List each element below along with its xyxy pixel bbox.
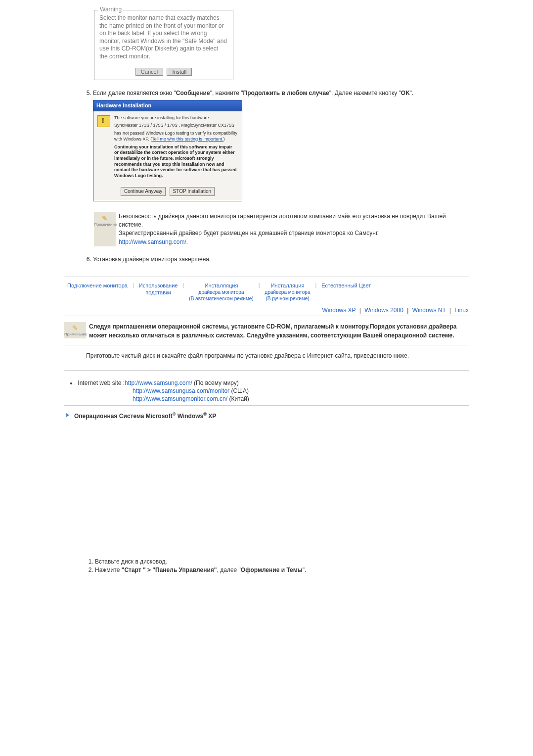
hw-line3: has not passed Windows Logo testing to v…	[114, 131, 238, 142]
note-line1: Безопасность драйвера данного монитора г…	[119, 212, 469, 230]
tab-stand-usage[interactable]: Использование подставки	[136, 282, 181, 296]
samsung-link[interactable]: http://www.samsung.com/	[119, 238, 186, 245]
warning-box: Warning Select the monitor name that exa…	[94, 10, 233, 80]
hw-line1: The software you are installing for this…	[114, 115, 238, 121]
hw-bold-warning: Continuing your installation of this sof…	[114, 144, 238, 179]
tab-install-manual[interactable]: Инсталляция драйвера монитора (В ручном …	[262, 282, 313, 302]
note-line2: Зарегистрированный драйвер будет размеще…	[119, 229, 469, 237]
hardware-installation-dialog: Hardware Installation The software you a…	[93, 100, 242, 201]
link-samsung-china[interactable]: http://www.samsungmonitor.com.cn/	[133, 395, 227, 402]
note2-icon: ✎ Примечание	[64, 322, 86, 338]
bullet-icon	[70, 382, 72, 384]
link-samsung-global[interactable]: http://www.samsung.com/	[125, 379, 192, 386]
tab-connect-monitor[interactable]: Подключение монитора	[64, 282, 131, 289]
continue-anyway-button[interactable]: Continue Anyway	[121, 187, 166, 196]
pencil-icon: ✎	[94, 214, 116, 222]
bottom-step2: Нажмите "Старт " > "Панель Управления", …	[95, 567, 469, 573]
install-button[interactable]: Install	[167, 68, 192, 76]
warning-icon	[97, 115, 110, 127]
step-6: Установка драйвера монитора завершена.	[93, 255, 469, 264]
step-5: Если далее появляется окно "Сообщение", …	[93, 89, 469, 201]
link-windows-xp[interactable]: Windows XP	[322, 307, 356, 314]
dialog-title: Hardware Installation	[93, 100, 242, 111]
download-paragraph: Приготовьте чистый диск и скачайте файл …	[64, 352, 469, 371]
note-icon: ✎ Примечание	[94, 212, 116, 247]
note2-block: ✎ Примечание Следуя приглашениям операци…	[64, 322, 469, 345]
link-windows-2000[interactable]: Windows 2000	[364, 307, 403, 314]
cancel-button[interactable]: Cancel	[135, 68, 163, 76]
stop-installation-button[interactable]: STOP Installation	[170, 187, 215, 196]
pencil-icon: ✎	[64, 324, 86, 332]
link-linux[interactable]: Linux	[454, 307, 469, 314]
tab-natural-color[interactable]: Естественный Цвет	[318, 282, 374, 289]
link-samsung-usa[interactable]: http://www.samsungusa.com/monitor	[133, 387, 229, 394]
web-links: Internet web site :http://www.samsung.co…	[64, 379, 469, 406]
link-windows-nt[interactable]: Windows NT	[412, 307, 446, 314]
note2-text: Следуя приглашениям операционной системы…	[89, 322, 469, 340]
tell-me-why-link[interactable]: Tell me why this testing is important.	[152, 137, 223, 142]
divider	[64, 277, 469, 277]
note-block: ✎ Примечание Безопасность драйвера данно…	[94, 212, 469, 247]
warning-text: Select the monitor name that exactly mat…	[94, 10, 233, 65]
tabs-row: Подключение монитора | Использование под…	[64, 282, 469, 302]
warning-legend: Warning	[98, 6, 123, 13]
os-links: Windows XP | Windows 2000 | Windows NT |…	[64, 307, 469, 316]
os-heading-xp: Операционная Система Microsoft® Windows®…	[64, 412, 469, 420]
hw-line2: SyncMaster 171S / 175S / 170S , MagicSyn…	[114, 123, 238, 129]
tab-install-auto[interactable]: Инсталляция драйвера монитора (В автомат…	[186, 282, 256, 302]
bottom-list: Вставьте диск в дисковод. Нажмите "Старт…	[64, 558, 469, 573]
bottom-step1: Вставьте диск в дисковод.	[95, 558, 469, 565]
